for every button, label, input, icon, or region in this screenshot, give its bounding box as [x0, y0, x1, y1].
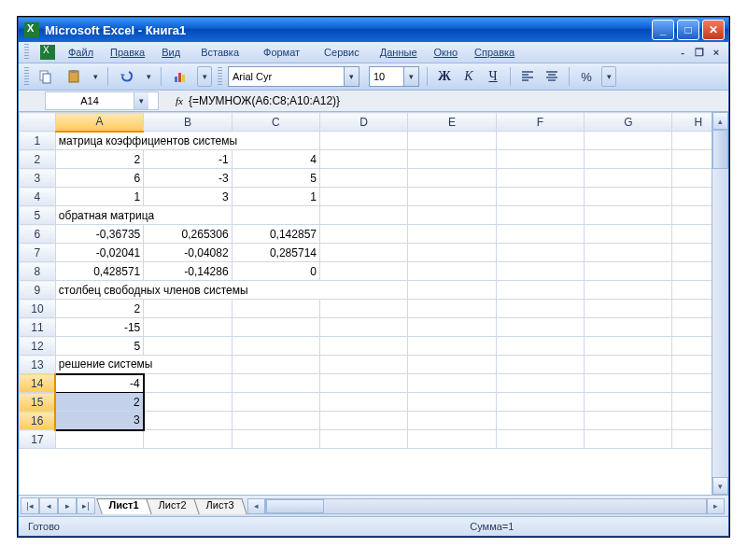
scroll-thumb[interactable]	[712, 130, 728, 169]
workbook-icon[interactable]	[40, 45, 55, 60]
chart-button[interactable]	[169, 65, 191, 88]
menu-window[interactable]: Окно	[430, 45, 462, 60]
cell[interactable]: 2	[55, 150, 143, 169]
undo-dropdown[interactable]: ▾	[144, 72, 153, 81]
cell[interactable]: матрица коэффициентов системы	[55, 132, 319, 150]
cell[interactable]: 3	[55, 412, 143, 430]
maximize-button[interactable]: □	[677, 20, 699, 40]
cell[interactable]: 2	[55, 393, 143, 412]
fx-button[interactable]: fx	[176, 95, 183, 106]
scroll-up-button[interactable]: ▴	[712, 112, 728, 130]
next-sheet-button[interactable]: ▸	[58, 497, 77, 514]
cell[interactable]: -3	[144, 169, 232, 188]
menu-file[interactable]: Файл	[64, 45, 97, 60]
row-header[interactable]: 9	[20, 281, 56, 300]
select-all-corner[interactable]	[20, 113, 56, 132]
undo-button[interactable]	[116, 65, 138, 88]
row-header[interactable]: 10	[20, 300, 56, 318]
cell-active[interactable]: -4	[55, 374, 143, 393]
col-header-b[interactable]: B	[144, 113, 232, 132]
cell[interactable]: 5	[232, 169, 319, 188]
cell[interactable]: -0,14286	[144, 262, 232, 281]
sheet-tab-2[interactable]: Лист2	[146, 498, 200, 514]
toolbar-grip[interactable]	[218, 67, 222, 86]
toolbar-grip[interactable]	[24, 67, 29, 86]
cell[interactable]: решение системы	[55, 356, 232, 374]
mdi-minimize[interactable]: -	[676, 47, 689, 59]
cell[interactable]: 1	[55, 188, 143, 206]
cell[interactable]: обратная матрица	[55, 206, 232, 225]
cell[interactable]: -0,02041	[55, 244, 143, 262]
row-header[interactable]: 6	[20, 225, 56, 244]
menu-view[interactable]: Вид	[158, 45, 184, 60]
cell[interactable]: 4	[232, 150, 319, 169]
sheet-tab-3[interactable]: Лист3	[193, 498, 247, 514]
dropdown-arrow-icon[interactable]: ▾	[134, 92, 148, 109]
title-bar[interactable]: Microsoft Excel - Книга1 _ □ ✕	[19, 18, 728, 42]
underline-button[interactable]: Ч	[484, 69, 502, 84]
cell[interactable]: 3	[144, 188, 232, 206]
menu-help[interactable]: Справка	[471, 45, 518, 60]
font-name-combo[interactable]: ▾	[228, 66, 359, 87]
align-left-button[interactable]	[518, 68, 537, 85]
scroll-down-button[interactable]: ▾	[712, 477, 728, 495]
vertical-scrollbar[interactable]: ▴ ▾	[712, 112, 728, 495]
row-header[interactable]: 1	[20, 132, 56, 150]
row-header[interactable]: 15	[20, 393, 56, 412]
toolbar-options[interactable]: ▾	[601, 66, 616, 87]
cell[interactable]: 5	[55, 337, 143, 356]
minimize-button[interactable]: _	[652, 20, 674, 40]
horizontal-scrollbar[interactable]: ◂ ▸	[247, 498, 725, 514]
bold-button[interactable]: Ж	[435, 69, 454, 84]
paste-dropdown[interactable]: ▾	[91, 72, 100, 81]
row-header[interactable]: 11	[20, 318, 56, 337]
cell[interactable]: 0,265306	[144, 225, 232, 244]
cell[interactable]: 0,428571	[55, 262, 143, 281]
menu-insert[interactable]: Вставка	[193, 45, 247, 60]
align-center-button[interactable]	[543, 68, 561, 85]
cell[interactable]: -1	[144, 150, 232, 169]
col-header-h[interactable]: H	[672, 113, 712, 132]
col-header-d[interactable]: D	[319, 113, 407, 132]
dropdown-arrow-icon[interactable]: ▾	[344, 67, 359, 86]
row-header[interactable]: 4	[20, 188, 56, 206]
mdi-restore[interactable]: ❐	[693, 47, 706, 59]
last-sheet-button[interactable]: ▸|	[77, 497, 95, 514]
row-header[interactable]: 7	[20, 244, 56, 262]
row-header[interactable]: 12	[20, 337, 56, 356]
prev-sheet-button[interactable]: ◂	[39, 497, 58, 514]
row-header[interactable]: 3	[20, 169, 56, 188]
row-header[interactable]: 14	[20, 374, 56, 393]
mdi-close[interactable]: ×	[710, 47, 723, 59]
italic-button[interactable]: К	[459, 69, 478, 84]
cell[interactable]: -15	[55, 318, 143, 337]
toolbar-grip[interactable]	[24, 44, 29, 61]
row-header[interactable]: 13	[20, 356, 56, 374]
formula-text[interactable]: {=МУМНОЖ(A6:C8;A10:A12)}	[189, 94, 340, 107]
first-sheet-button[interactable]: |◂	[21, 497, 39, 514]
sheet-tab-1[interactable]: Лист1	[96, 498, 152, 514]
col-header-c[interactable]: C	[232, 113, 319, 132]
cell[interactable]: 0,285714	[232, 244, 319, 262]
font-size-input[interactable]	[370, 71, 403, 82]
close-button[interactable]: ✕	[702, 20, 725, 40]
menu-tools[interactable]: Сервис	[317, 45, 367, 60]
col-header-e[interactable]: E	[408, 113, 496, 132]
cell[interactable]: 0	[232, 262, 319, 281]
menu-edit[interactable]: Правка	[106, 45, 148, 60]
cell[interactable]: 2	[55, 300, 143, 318]
row-header[interactable]: 5	[20, 206, 56, 225]
paste-button[interactable]	[63, 65, 85, 88]
col-header-g[interactable]: G	[585, 113, 672, 132]
row-header[interactable]: 16	[20, 412, 56, 430]
menu-data[interactable]: Данные	[376, 45, 421, 60]
font-size-combo[interactable]: ▾	[369, 66, 419, 87]
font-name-input[interactable]	[229, 71, 344, 82]
name-box[interactable]: ▾	[45, 91, 159, 110]
cell[interactable]: столбец свободных членов системы	[55, 281, 408, 300]
menu-format[interactable]: Формат	[256, 45, 307, 60]
scroll-thumb[interactable]	[266, 499, 324, 513]
cell[interactable]: -0,04082	[144, 244, 232, 262]
worksheet-grid[interactable]: A B C D E F G H 1матрица коэффициентов с…	[19, 112, 712, 495]
toolbar-options[interactable]: ▾	[197, 66, 212, 87]
